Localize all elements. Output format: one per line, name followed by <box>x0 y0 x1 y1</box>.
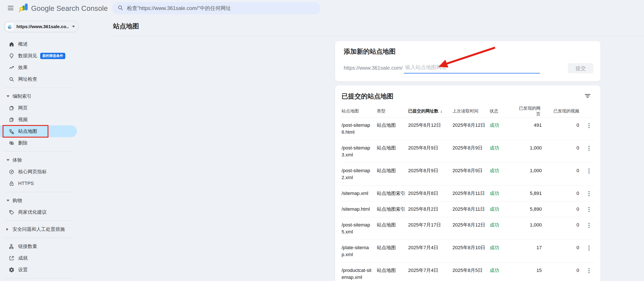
status-cell: 成功 <box>490 221 517 235</box>
sitemap-path-cell[interactable]: /post-sitemap2.xml <box>342 167 377 181</box>
add-sitemap-input-row: https://www.361sale.com/ 输入站点地图网址 <box>344 62 592 74</box>
sidebar-item-16[interactable]: 商家优化建议 <box>0 206 84 218</box>
sitemap-path-cell[interactable]: /post-sitemap6.html <box>342 122 377 136</box>
sidebar-item-label: 数据洞见 <box>18 53 37 59</box>
status-cell: 成功 <box>490 190 517 197</box>
col-header-status[interactable]: 状态 <box>490 108 517 114</box>
sitemap-path-cell[interactable]: /post-sitemap5.xml <box>342 221 377 235</box>
sidebar-section-18[interactable]: 安全问题和人工处置措施 <box>0 223 84 235</box>
sidebar-item-8[interactable]: 站点地图 <box>0 125 84 137</box>
status-cell: 成功 <box>490 267 517 281</box>
sidebar-item-label: 视频 <box>18 116 28 123</box>
status-cell: 成功 <box>490 206 517 213</box>
chevron-down-icon <box>6 95 10 97</box>
col-header-last-read[interactable]: 上次读取时间 <box>452 108 490 114</box>
kebab-menu-icon[interactable] <box>584 190 594 197</box>
kebab-menu-icon[interactable] <box>584 144 594 158</box>
table-body: /post-sitemap6.html站点地图2025年8月12日2025年8月… <box>342 117 594 281</box>
col-header-submitted-urls[interactable]: 已提交的网址数 ↓ <box>408 108 452 114</box>
sidebar-item-13[interactable]: HTTPS <box>0 178 84 189</box>
sidebar-item-2[interactable]: 效果 <box>0 62 84 73</box>
new-filter-badge: 新的筛选条件 <box>40 53 65 59</box>
col-header-discovered-pages[interactable]: 已发现的网页 <box>517 105 545 117</box>
col-header-sitemap[interactable]: 站点地图 <box>342 108 377 114</box>
sitemap-type-cell: 站点地图 <box>377 267 408 281</box>
sidebar-item-9[interactable]: 删除 <box>0 137 84 149</box>
table-row[interactable]: /sitemap.html站点地图索引2025年8月2日2025年8月11日成功… <box>342 201 594 217</box>
tag-icon <box>9 209 14 215</box>
property-selector[interactable]: https://www.361sale.co... <box>4 21 79 32</box>
top-search-bar[interactable]: 检查"https://www.361sale.com/"中的任何网址 <box>112 2 320 14</box>
sitemap-type-cell: 站点地图索引 <box>377 206 408 213</box>
sidebar-section-11[interactable]: 体验 <box>0 154 84 166</box>
link-nodes-icon <box>9 243 14 249</box>
kebab-menu-icon[interactable] <box>584 267 594 281</box>
sidebar-item-label: 成就 <box>18 255 28 261</box>
sidebar-item-label: 网页 <box>18 105 28 111</box>
sidebar-item-20[interactable]: 链接数量 <box>0 240 84 252</box>
discovered-videos-cell: 0 <box>545 122 584 136</box>
discovered-videos-cell: 0 <box>545 267 584 281</box>
filter-icon[interactable] <box>584 94 590 99</box>
table-row[interactable]: /sitemap.xml站点地图索引2025年8月8日2025年8月11日成功5… <box>342 186 594 201</box>
table-row[interactable]: /productcat-sitemap.xml站点地图2025年7月4日2025… <box>342 263 594 281</box>
discovered-pages-cell: 491 <box>517 122 545 136</box>
lightbulb-icon <box>9 53 14 59</box>
table-row[interactable]: /post-sitemap3.xml站点地图2025年8月9日2025年8月9日… <box>342 140 594 163</box>
sidebar-item-label: 商家优化建议 <box>18 209 47 215</box>
lock-icon <box>9 181 14 186</box>
sidebar-item-label: 网址检查 <box>18 76 37 82</box>
sidebar-item-12[interactable]: 核心网页指标 <box>0 166 84 178</box>
sidebar-item-6[interactable]: 网页 <box>0 102 84 114</box>
last-read-date-cell: 2025年8月12日 <box>452 221 490 235</box>
page-title: 站点地图 <box>113 22 139 31</box>
sitemap-type-cell: 站点地图索引 <box>377 190 408 197</box>
sidebar-item-1[interactable]: 数据洞见新的筛选条件 <box>0 50 84 62</box>
discovered-pages-cell: 1,000 <box>517 221 545 235</box>
submit-button[interactable]: 提交 <box>568 63 594 73</box>
search-icon <box>9 76 14 82</box>
sitemap-type-cell: 站点地图 <box>377 144 408 158</box>
kebab-menu-icon[interactable] <box>584 167 594 181</box>
submitted-date-cell: 2025年8月9日 <box>408 167 452 181</box>
discovered-videos-cell: 0 <box>545 206 584 213</box>
sidebar-section-5[interactable]: 编制索引 <box>0 90 84 102</box>
sitemap-path-cell[interactable]: /post-sitemap3.xml <box>342 144 377 158</box>
sitemap-path-cell[interactable]: /productcat-sitemap.xml <box>342 267 377 281</box>
sitemap-path-cell[interactable]: /sitemap.xml <box>342 190 377 197</box>
kebab-menu-icon[interactable] <box>584 221 594 235</box>
col-header-type[interactable]: 类型 <box>377 108 408 114</box>
sidebar-item-22[interactable]: 设置 <box>0 264 84 275</box>
sidebar-item-3[interactable]: 网址检查 <box>0 73 84 85</box>
table-row[interactable]: /post-sitemap2.xml站点地图2025年8月9日2025年8月9日… <box>342 163 594 186</box>
sitemap-path-cell[interactable]: /plate-sitemap.xml <box>342 244 377 258</box>
sidebar-section-15[interactable]: 购物 <box>0 195 84 206</box>
sidebar-item-7[interactable]: 视频 <box>0 114 84 125</box>
app-logo[interactable]: Google Search Console <box>19 3 108 14</box>
chevron-down-icon <box>72 26 75 28</box>
col-header-discovered-videos[interactable]: 已发现的视频 <box>545 108 584 114</box>
hamburger-menu-icon[interactable] <box>8 6 14 10</box>
kebab-menu-icon[interactable] <box>584 206 594 213</box>
add-sitemap-title: 添加新的站点地图 <box>344 47 396 56</box>
table-row[interactable]: /post-sitemap5.xml站点地图2025年7月17日2025年8月1… <box>342 217 594 240</box>
table-row[interactable]: /plate-sitemap.xml站点地图2025年7月4日2025年8月10… <box>342 240 594 263</box>
sidebar-item-label: 链接数量 <box>18 243 37 250</box>
sitemap-path-cell[interactable]: /sitemap.html <box>342 206 377 213</box>
chevron-right-icon <box>6 228 8 231</box>
sidebar-item-21[interactable]: 成就 <box>0 252 84 264</box>
sidebar-item-label: 核心网页指标 <box>18 168 47 175</box>
sitemap-url-input[interactable]: 输入站点地图网址 <box>404 64 540 74</box>
discovered-videos-cell: 0 <box>545 244 584 258</box>
kebab-menu-icon[interactable] <box>584 244 594 258</box>
last-read-date-cell: 2025年8月9日 <box>452 167 490 181</box>
search-icon <box>118 5 124 12</box>
submitted-date-cell: 2025年7月17日 <box>408 221 452 235</box>
sidebar-item-0[interactable]: 概述 <box>0 38 84 50</box>
discovered-videos-cell: 0 <box>545 144 584 158</box>
table-row[interactable]: /post-sitemap6.html站点地图2025年8月12日2025年8月… <box>342 117 594 140</box>
last-read-date-cell: 2025年8月11日 <box>452 190 490 197</box>
sort-descending-icon: ↓ <box>440 109 442 114</box>
sidebar-divider <box>5 88 74 88</box>
kebab-menu-icon[interactable] <box>584 122 594 136</box>
